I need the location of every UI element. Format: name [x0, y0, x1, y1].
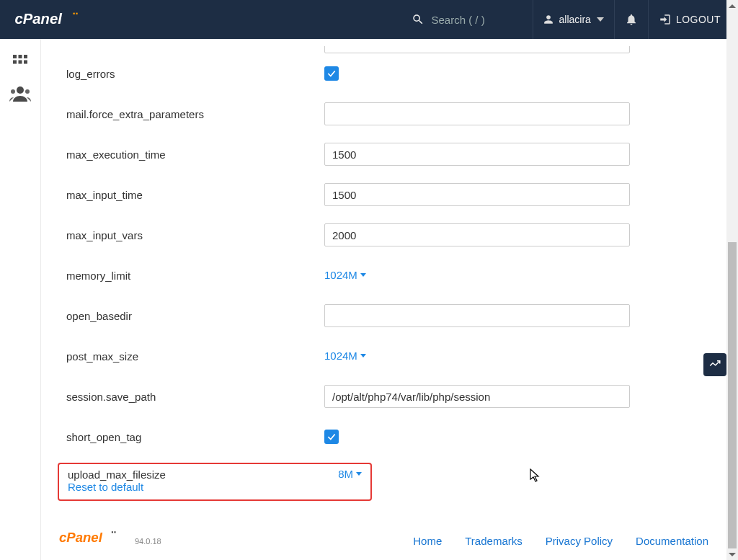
- setting-label-post_max_size: post_max_size: [66, 350, 324, 363]
- svg-rect-6: [13, 61, 17, 64]
- sidebar-users[interactable]: [0, 78, 40, 110]
- caret-down-icon: [356, 472, 362, 476]
- logout-icon: [659, 13, 672, 26]
- input-open_basedir[interactable]: [324, 304, 630, 327]
- notifications-button[interactable]: [614, 0, 648, 39]
- setting-row-open_basedir: open_basedir: [66, 295, 701, 336]
- svg-rect-13: [112, 532, 113, 533]
- chart-icon: [708, 358, 721, 371]
- setting-row-cutoff: [66, 46, 701, 53]
- setting-label-max_input_vars: max_input_vars: [66, 229, 324, 241]
- caret-down-icon: [360, 354, 366, 357]
- caret-down-icon: [360, 273, 366, 277]
- svg-point-10: [11, 89, 15, 94]
- svg-text:cPanel: cPanel: [15, 11, 63, 27]
- user-icon: [543, 14, 554, 25]
- reset-to-default-link[interactable]: Reset to default: [68, 481, 143, 493]
- setting-label-upload-max-filesize: upload_max_filesize: [68, 468, 338, 481]
- sidebar: [0, 39, 40, 110]
- highlighted-setting-upload-max-filesize: upload_max_filesize 8M Reset to default: [58, 463, 372, 501]
- setting-row-short_open_tag: short_open_tag: [66, 417, 701, 457]
- footer-links: HomeTrademarksPrivacy PolicyDocumentatio…: [413, 535, 708, 547]
- svg-rect-4: [19, 55, 22, 58]
- user-menu[interactable]: allacira: [533, 0, 614, 39]
- scrollbar-up[interactable]: [726, 0, 738, 12]
- input-max_execution_time[interactable]: [324, 143, 630, 166]
- svg-point-11: [25, 89, 30, 94]
- setting-row-max_input_vars: max_input_vars: [66, 215, 701, 255]
- grid-icon: [12, 53, 29, 71]
- search-input[interactable]: [432, 14, 511, 26]
- svg-rect-2: [76, 13, 77, 14]
- search-icon: [412, 13, 424, 26]
- setting-label-open_basedir: open_basedir: [66, 310, 324, 322]
- dropdown-post_max_size[interactable]: 1024M: [324, 350, 366, 362]
- cpanel-logo[interactable]: cPanel: [14, 9, 94, 30]
- footer-link-home[interactable]: Home: [413, 535, 442, 547]
- svg-text:cPanel: cPanel: [59, 530, 103, 545]
- svg-rect-8: [24, 61, 27, 64]
- checkbox-log_errors[interactable]: [324, 66, 339, 81]
- setting-row-session_save_path: session.save_path: [66, 376, 701, 417]
- svg-rect-1: [73, 13, 74, 14]
- input-session_save_path[interactable]: [324, 385, 630, 408]
- footer: cPanel 94.0.18 HomeTrademarksPrivacy Pol…: [41, 528, 726, 547]
- scrollbar-thumb[interactable]: [728, 242, 737, 552]
- content-panel: log_errorsmail.force_extra_parametersmax…: [40, 39, 726, 560]
- footer-version: 94.0.18: [135, 537, 161, 547]
- setting-row-mail_force_extra_parameters: mail.force_extra_parameters: [66, 94, 701, 134]
- svg-rect-5: [24, 55, 27, 58]
- check-icon: [326, 432, 337, 442]
- svg-rect-7: [19, 61, 22, 64]
- header-bar: cPanel allacira LOGOUT: [0, 0, 738, 39]
- setting-label-log_errors: log_errors: [66, 68, 324, 80]
- scrollbar-down[interactable]: [726, 548, 738, 560]
- footer-link-privacy-policy[interactable]: Privacy Policy: [546, 535, 613, 547]
- username-label: allacira: [559, 14, 591, 25]
- setting-row-memory_limit: memory_limit1024M: [66, 255, 701, 295]
- svg-rect-3: [13, 55, 17, 58]
- setting-row-post_max_size: post_max_size1024M: [66, 336, 701, 376]
- checkbox-short_open_tag[interactable]: [324, 430, 339, 444]
- setting-label-mail_force_extra_parameters: mail.force_extra_parameters: [66, 108, 324, 120]
- input-mail_force_extra_parameters[interactable]: [324, 102, 630, 125]
- dropdown-memory_limit[interactable]: 1024M: [324, 269, 366, 281]
- setting-label-memory_limit: memory_limit: [66, 270, 324, 282]
- setting-label-short_open_tag: short_open_tag: [66, 431, 324, 443]
- setting-row-max_execution_time: max_execution_time: [66, 134, 701, 174]
- svg-point-9: [17, 86, 24, 94]
- stats-float-button[interactable]: [703, 353, 726, 376]
- input-max_input_vars[interactable]: [324, 223, 630, 246]
- check-icon: [326, 68, 337, 79]
- logout-label: LOGOUT: [676, 14, 721, 25]
- caret-down-icon: [597, 17, 604, 22]
- dropdown-upload-max-filesize[interactable]: 8M: [338, 468, 362, 480]
- setting-label-max_execution_time: max_execution_time: [66, 148, 324, 161]
- header-search[interactable]: [412, 13, 533, 26]
- setting-label-session_save_path: session.save_path: [66, 391, 324, 403]
- svg-rect-14: [114, 532, 115, 533]
- footer-cpanel-logo[interactable]: cPanel 94.0.18: [59, 528, 161, 547]
- cutoff-input[interactable]: [324, 46, 630, 53]
- sidebar-apps[interactable]: [0, 46, 40, 78]
- footer-link-documentation[interactable]: Documentation: [636, 535, 708, 547]
- footer-link-trademarks[interactable]: Trademarks: [465, 535, 522, 547]
- scrollbar[interactable]: [726, 0, 738, 560]
- bell-icon: [625, 13, 638, 26]
- users-icon: [9, 86, 31, 102]
- setting-row-log_errors: log_errors: [66, 53, 701, 94]
- setting-row-max_input_time: max_input_time: [66, 174, 701, 215]
- setting-label-max_input_time: max_input_time: [66, 189, 324, 201]
- input-max_input_time[interactable]: [324, 183, 630, 206]
- logout-button[interactable]: LOGOUT: [648, 0, 731, 39]
